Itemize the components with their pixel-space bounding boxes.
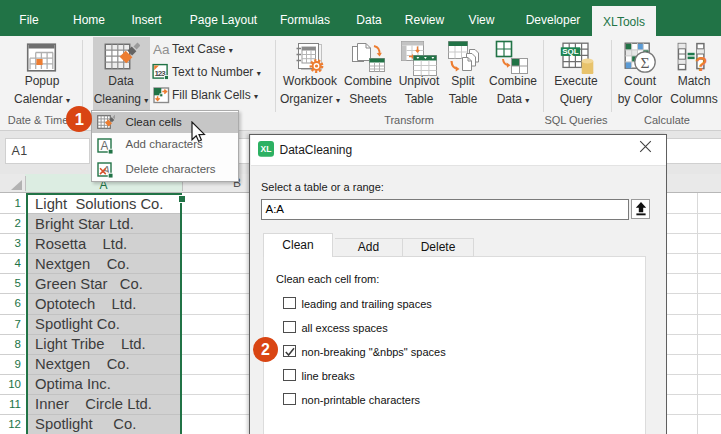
svg-text:XL: XL — [261, 145, 272, 155]
svg-text:?: ? — [695, 52, 707, 75]
svg-text:SQL: SQL — [562, 47, 579, 56]
svg-text:A: A — [100, 139, 108, 153]
svg-text:Σ: Σ — [640, 54, 649, 71]
